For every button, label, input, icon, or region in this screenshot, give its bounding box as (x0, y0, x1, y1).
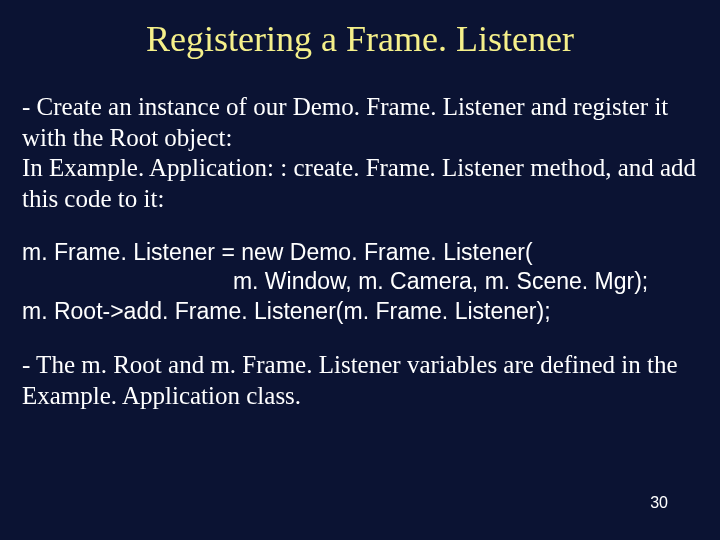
code-block: m. Frame. Listener = new Demo. Frame. Li… (22, 238, 698, 326)
page-number: 30 (650, 494, 668, 512)
slide: Registering a Frame. Listener - Create a… (0, 0, 720, 540)
slide-body: - Create an instance of our Demo. Frame.… (22, 92, 698, 411)
paragraph-note: - The m. Root and m. Frame. Listener var… (22, 350, 698, 411)
paragraph-intro: - Create an instance of our Demo. Frame.… (22, 92, 698, 214)
slide-title: Registering a Frame. Listener (0, 18, 720, 60)
